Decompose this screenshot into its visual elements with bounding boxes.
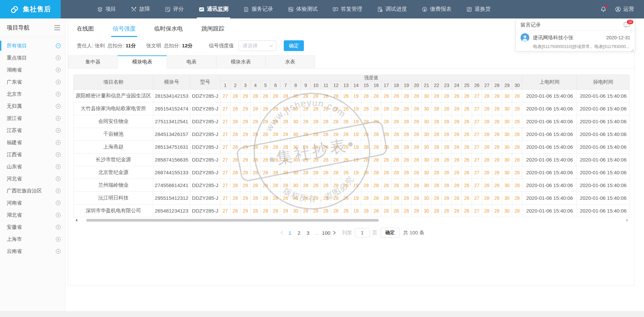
strength-value-cell: 27	[220, 153, 230, 166]
prev-page-button[interactable]	[278, 230, 285, 236]
scroll-left-arrow-icon[interactable]	[74, 219, 77, 222]
expand-circle-icon[interactable]	[56, 128, 61, 133]
goto-page-input[interactable]	[355, 228, 370, 237]
message-bubble-icon[interactable]: 10	[624, 22, 630, 28]
sidebar-title: 项目导航	[7, 24, 30, 32]
signal-table-wrap: 项目名称 模块号 型号 强度值 上电时间 掉电时间 12345678910111…	[73, 75, 629, 217]
sidebar-item-10[interactable]: 山东省	[0, 161, 65, 173]
expand-circle-icon[interactable]	[56, 200, 61, 206]
scroll-right-arrow-icon[interactable]	[627, 219, 629, 222]
nav-item-4[interactable]: 服务记录	[236, 0, 280, 18]
expand-circle-icon[interactable]	[56, 164, 61, 169]
strength-value-cell: 28	[401, 141, 412, 153]
table-row: 原阳精密计量和信息产业园生活区281534142153DDZY285-J2728…	[74, 90, 630, 102]
sidebar-item-11[interactable]: 河北省	[0, 173, 65, 185]
sidebar-item-16[interactable]: 上海市	[0, 233, 65, 245]
expand-circle-icon[interactable]	[56, 104, 61, 109]
expand-circle-icon[interactable]	[56, 55, 61, 60]
strength-value-cell: 28	[391, 205, 401, 217]
expand-circle-icon[interactable]	[56, 92, 61, 97]
sidebar-item-14[interactable]: 湖北省	[0, 209, 65, 221]
strength-value-cell: 27	[220, 192, 230, 205]
notification-dot	[605, 5, 607, 8]
tab-0[interactable]: 在线图	[77, 25, 94, 37]
meter-tab-4[interactable]: 水表	[265, 55, 315, 68]
nav-item-2[interactable]: 评分	[157, 0, 191, 18]
strength-value-cell: 28	[261, 141, 271, 153]
nav-item-9[interactable]: 退换货	[459, 0, 498, 18]
expand-circle-icon[interactable]	[56, 213, 61, 218]
expand-circle-icon[interactable]	[56, 140, 61, 145]
nav-item-1[interactable]: 故障	[123, 0, 157, 18]
page-button-100[interactable]: 100	[322, 230, 331, 236]
sidebar-item-8[interactable]: 福建省	[0, 136, 65, 148]
nav-item-6[interactable]: 答复管理	[325, 0, 370, 18]
page-button-2[interactable]: 2	[294, 230, 304, 236]
message-item[interactable]: 捷讯网络科技小张 2020-12-31 电表[511793000110]抄读异常…	[516, 31, 635, 51]
tab-3[interactable]: 跳闸跟踪	[202, 25, 224, 37]
page-button-3[interactable]: 3	[304, 230, 313, 236]
collapse-menu-icon[interactable]	[54, 25, 60, 30]
project-name-cell: 会同安住物业	[74, 115, 153, 128]
sidebar-item-9[interactable]: 江西省	[0, 148, 65, 161]
nav-item-7[interactable]: 调试进度	[370, 0, 414, 18]
sidebar-item-1[interactable]: 重点项目	[0, 52, 65, 64]
meter-tab-2[interactable]: 电表	[167, 55, 216, 68]
tab-1[interactable]: 信号强度	[113, 25, 136, 37]
sidebar-item-7[interactable]: 江苏省	[0, 124, 65, 136]
sidebar-item-label: 湖北省	[7, 212, 22, 218]
nav-item-3[interactable]: 通讯监测	[191, 0, 236, 18]
sidebar-item-15[interactable]: 安徽省	[0, 221, 65, 233]
scrollbar-thumb[interactable]	[86, 219, 379, 222]
expand-circle-icon[interactable]	[56, 188, 61, 193]
sidebar-item-6[interactable]: 浙江省	[0, 112, 65, 124]
table-row: 沅江明日科技295515412312DDZY285-J2728292828282…	[74, 192, 630, 205]
expand-circle-icon[interactable]	[56, 152, 61, 157]
strength-value-cell: 28	[271, 179, 281, 192]
sidebar-item-13[interactable]: 河南省	[0, 197, 65, 209]
goto-confirm-button[interactable]: 确定	[381, 228, 399, 238]
user-menu[interactable]: 运营	[615, 6, 634, 13]
strength-value-cell: 28	[321, 115, 331, 128]
meter-tab-1[interactable]: 模块电表	[117, 55, 167, 69]
tab-2[interactable]: 临时保水电	[154, 25, 183, 37]
table-horizontal-scrollbar[interactable]	[73, 219, 629, 222]
avatar	[521, 33, 529, 42]
nav-item-5[interactable]: 体验测试	[280, 0, 325, 18]
filter-confirm-button[interactable]: 确定	[284, 40, 304, 51]
sidebar-item-4[interactable]: 北京市	[0, 88, 65, 100]
meter-tab-0[interactable]: 集中器	[68, 55, 118, 68]
strength-value-cell: 30	[422, 102, 432, 115]
sidebar-item-5[interactable]: 无归属	[0, 100, 65, 112]
expand-circle-icon[interactable]	[56, 67, 61, 73]
signal-strength-select[interactable]: 请选择	[238, 40, 276, 51]
expand-circle-icon[interactable]	[56, 80, 61, 85]
notification-bell-icon[interactable]	[600, 6, 607, 13]
expand-circle-icon[interactable]	[56, 176, 61, 181]
collapse-circle-icon[interactable]	[56, 43, 61, 48]
expand-circle-icon[interactable]	[56, 249, 61, 254]
strength-value-cell: 28	[301, 102, 311, 115]
page-horizontal-scrollbar[interactable]	[0, 311, 644, 317]
sidebar-item-3[interactable]: 广东省	[0, 76, 65, 88]
strength-value-cell: 28	[311, 115, 321, 128]
strength-value-cell: 26	[341, 115, 351, 128]
expand-circle-icon[interactable]	[56, 225, 61, 230]
resize-handle-icon[interactable]	[631, 47, 634, 50]
next-page-button[interactable]	[331, 230, 338, 236]
expand-circle-icon[interactable]	[56, 237, 61, 242]
strength-value-cell: 28	[251, 90, 261, 102]
nav-item-0[interactable]: 项目	[90, 0, 123, 18]
expand-circle-icon[interactable]	[56, 116, 61, 121]
page-button-1[interactable]: 1	[285, 230, 294, 236]
strength-value-cell: 28	[432, 192, 442, 205]
sidebar-item-17[interactable]: 云南省	[0, 245, 65, 257]
sidebar-item-12[interactable]: 广西壮族自治区	[0, 185, 65, 197]
meter-tab-3[interactable]: 模块水表	[216, 55, 266, 68]
strength-value-cell: 28	[381, 128, 391, 141]
nav-item-8[interactable]: 缴费报表	[414, 0, 459, 18]
app-logo[interactable]: 集社售后	[0, 0, 61, 18]
sidebar-item-2[interactable]: 湖南省	[0, 64, 65, 76]
power-on-time-cell: 2020-01-06 15:40:06	[522, 166, 577, 179]
sidebar-item-0[interactable]: 所有项目	[0, 40, 65, 52]
